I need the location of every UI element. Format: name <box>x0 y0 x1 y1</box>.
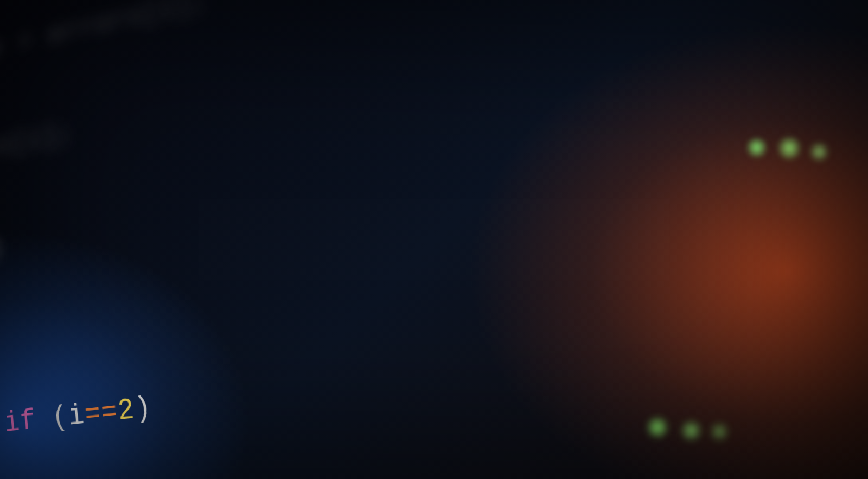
code-layer: errMessage = errors[1]; div = divs[i]; (… <box>0 0 868 479</box>
code-screenshot: errMessage = errors[1]; div = divs[i]; (… <box>0 0 868 479</box>
